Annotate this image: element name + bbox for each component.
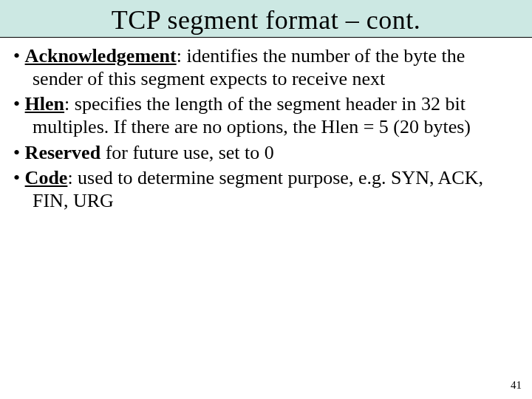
list-item: Code: used to determine segment purpose,… xyxy=(13,167,519,212)
list-item: Acknowledgement: identifies the number o… xyxy=(13,45,519,90)
bullet-term: Reserved xyxy=(25,142,101,163)
bullet-rest: : specifies the length of the segment he… xyxy=(33,93,471,137)
bullet-list: Acknowledgement: identifies the number o… xyxy=(13,45,519,213)
list-item: Hlen: specifies the length of the segmen… xyxy=(13,93,519,138)
bullet-rest: for future use, set to 0 xyxy=(100,142,274,163)
slide-title: TCP segment format – cont. xyxy=(0,4,532,35)
slide-content: Acknowledgement: identifies the number o… xyxy=(0,38,532,213)
bullet-rest: : used to determine segment purpose, e.g… xyxy=(33,167,483,211)
bullet-term: Code xyxy=(25,167,68,188)
bullet-term: Hlen xyxy=(25,93,64,115)
bullet-term: Acknowledgement xyxy=(25,45,177,66)
list-item: Reserved for future use, set to 0 xyxy=(13,142,519,165)
page-number: 41 xyxy=(511,379,522,392)
title-bar: TCP segment format – cont. xyxy=(0,0,532,38)
